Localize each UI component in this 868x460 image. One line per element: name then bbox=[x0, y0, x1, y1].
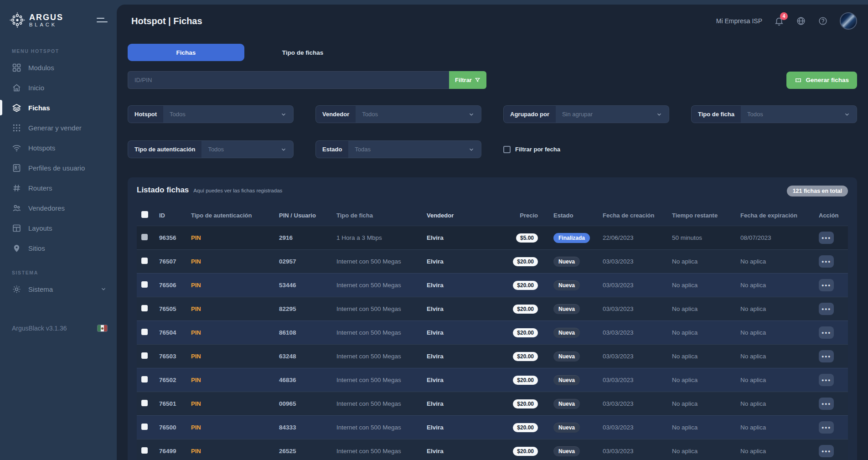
sidebar-item-layouts[interactable]: Layouts bbox=[0, 218, 117, 238]
table-header-row: IDTipo de autenticaciónPIN / UsuarioTipo… bbox=[137, 205, 848, 226]
sidebar-item-modulos[interactable]: Modulos bbox=[0, 57, 117, 78]
cell-precio: $5.00 bbox=[499, 233, 544, 243]
filter-dropdown-estado[interactable]: EstadoTodas bbox=[315, 140, 481, 158]
table-row[interactable]: 96356PIN29161 Hora a 3 MbpsElvira$5.00Fi… bbox=[137, 226, 848, 249]
dropdown-label: Tipo de ficha bbox=[692, 106, 741, 123]
table-row[interactable]: 76503PIN63248Internet con 500 MegasElvir… bbox=[137, 344, 848, 368]
help-icon[interactable] bbox=[818, 16, 828, 26]
app-root: { "brand": { "name_top": "ARGUS", "name_… bbox=[0, 0, 868, 460]
row-checkbox[interactable] bbox=[141, 234, 148, 240]
row-checkbox[interactable] bbox=[141, 447, 148, 454]
sidebar-item-sitios[interactable]: Sitios bbox=[0, 238, 117, 258]
language-flag-icon[interactable] bbox=[97, 325, 108, 332]
cell-pin-usuario: 63248 bbox=[274, 353, 331, 360]
sidebar-item-inicio[interactable]: Inicio bbox=[0, 78, 117, 98]
sidebar-section-hotspot: MENU HOTSPOT bbox=[0, 48, 117, 54]
auth-type-label: PIN bbox=[191, 282, 201, 289]
row-actions-button[interactable]: ●●● bbox=[819, 350, 834, 362]
filter-dropdown-vendedor[interactable]: VendedorTodos bbox=[315, 105, 481, 123]
table-row[interactable]: 76499PIN26525Internet con 500 MegasElvir… bbox=[137, 439, 848, 460]
filter-button-label: Filtrar bbox=[455, 77, 472, 83]
filter-dropdown-tipo-de-autenticacion[interactable]: Tipo de autenticaciónTodos bbox=[128, 140, 294, 158]
table-row[interactable]: 76504PIN86108Internet con 500 MegasElvir… bbox=[137, 320, 848, 344]
sidebar-item-sistema[interactable]: Sistema bbox=[0, 279, 117, 299]
generate-fichas-button[interactable]: Generar fichas bbox=[786, 72, 857, 89]
cell-accion: ●●● bbox=[811, 445, 848, 457]
sidebar-item-fichas[interactable]: Fichas bbox=[0, 98, 117, 118]
cell-fecha-creacion: 03/03/2023 bbox=[597, 400, 666, 407]
cell-tipo-de-ficha: Internet con 500 Megas bbox=[331, 282, 421, 289]
filter-dropdown-hotspot[interactable]: HotspotTodos bbox=[128, 105, 294, 123]
chevron-down-icon bbox=[280, 111, 287, 118]
globe-icon[interactable] bbox=[796, 16, 806, 26]
cell-tipo-de-ficha: Internet con 500 Megas bbox=[331, 400, 421, 407]
cell-tiempo-restante: No aplica bbox=[666, 258, 735, 265]
cell-auth-type: PIN bbox=[186, 424, 274, 431]
user-avatar[interactable] bbox=[840, 12, 857, 30]
filter-dropdown-tipo-de-ficha[interactable]: Tipo de fichaTodos bbox=[691, 105, 857, 123]
search-input[interactable] bbox=[128, 71, 449, 89]
table-row[interactable]: 76502PIN46836Internet con 500 MegasElvir… bbox=[137, 368, 848, 392]
row-actions-button[interactable]: ●●● bbox=[819, 279, 834, 291]
column-header: Vendedor bbox=[421, 212, 499, 219]
cell-tipo-de-ficha: Internet con 500 Megas bbox=[331, 305, 421, 312]
sidebar-item-vendedores[interactable]: Vendedores bbox=[0, 198, 117, 218]
sidebar-item-hotspots[interactable]: Hotspots bbox=[0, 138, 117, 158]
cell-tiempo-restante: No aplica bbox=[666, 377, 735, 383]
tabs: Fichas Tipo de fichas bbox=[128, 44, 857, 61]
row-checkbox[interactable] bbox=[141, 281, 148, 288]
ticket-icon bbox=[795, 77, 802, 84]
row-checkbox[interactable] bbox=[141, 352, 148, 359]
row-checkbox[interactable] bbox=[141, 424, 148, 430]
table-row[interactable]: 76506PIN53446Internet con 500 MegasElvir… bbox=[137, 273, 848, 297]
table-row[interactable]: 76507PIN02957Internet con 500 MegasElvir… bbox=[137, 249, 848, 273]
filter-button[interactable]: Filtrar bbox=[449, 71, 486, 89]
select-all-checkbox[interactable] bbox=[141, 211, 148, 218]
sidebar-item-label: Vendedores bbox=[28, 204, 65, 212]
sidebar-collapse-icon[interactable] bbox=[97, 18, 108, 23]
sidebar-item-perfiles-de-usuario[interactable]: Perfiles de usuario bbox=[0, 158, 117, 178]
row-actions-button[interactable]: ●●● bbox=[819, 303, 834, 315]
row-actions-button[interactable]: ●●● bbox=[819, 232, 834, 244]
sidebar-item-generar-y-vender[interactable]: Generar y vender bbox=[0, 118, 117, 138]
filter-by-date-checkbox[interactable]: Filtrar por fecha bbox=[503, 140, 669, 158]
column-header: Tipo de ficha bbox=[331, 212, 421, 219]
row-actions-button[interactable]: ●●● bbox=[819, 398, 834, 410]
table-row[interactable]: 76501PIN00965Internet con 500 MegasElvir… bbox=[137, 392, 848, 415]
row-actions-button[interactable]: ●●● bbox=[819, 255, 834, 268]
sidebar-item-routers[interactable]: Routers bbox=[0, 178, 117, 198]
row-actions-button[interactable]: ●●● bbox=[819, 421, 834, 434]
row-checkbox[interactable] bbox=[141, 305, 148, 311]
checkbox-icon[interactable] bbox=[503, 146, 511, 153]
table-row[interactable]: 76505PIN82295Internet con 500 MegasElvir… bbox=[137, 297, 848, 320]
sidebar-item-label: Perfiles de usuario bbox=[28, 164, 85, 172]
row-actions-button[interactable]: ●●● bbox=[819, 445, 834, 457]
cell-estado: Nueva bbox=[544, 351, 597, 362]
row-checkbox[interactable] bbox=[141, 400, 148, 406]
cell-id: 76499 bbox=[155, 448, 186, 455]
row-checkbox[interactable] bbox=[141, 376, 148, 382]
tab-tipo-de-fichas[interactable]: Tipo de fichas bbox=[244, 44, 361, 61]
table-row[interactable]: 76500PIN84333Internet con 500 MegasElvir… bbox=[137, 415, 848, 439]
cell-estado: Nueva bbox=[544, 423, 597, 433]
price-pill: $20.00 bbox=[513, 257, 538, 266]
row-actions-button[interactable]: ●●● bbox=[819, 374, 834, 386]
cell-estado: Nueva bbox=[544, 304, 597, 314]
row-checkbox[interactable] bbox=[141, 258, 148, 264]
row-actions-button[interactable]: ●●● bbox=[819, 326, 834, 339]
notifications-bell-icon[interactable]: 4 bbox=[774, 16, 784, 26]
tab-fichas[interactable]: Fichas bbox=[128, 44, 244, 61]
price-pill: $20.00 bbox=[513, 281, 538, 290]
chevron-down-icon bbox=[100, 286, 107, 292]
status-badge: Nueva bbox=[553, 280, 580, 290]
cell-pin-usuario: 00965 bbox=[274, 400, 331, 407]
row-checkbox[interactable] bbox=[141, 329, 148, 335]
filter-by-date-label: Filtrar por fecha bbox=[515, 146, 560, 153]
filter-dropdown-agrupado-por[interactable]: Agrupado porSin agrupar bbox=[503, 105, 669, 123]
cell-accion: ●●● bbox=[811, 350, 848, 362]
cell-pin-usuario: 53446 bbox=[274, 282, 331, 289]
cell-tiempo-restante: No aplica bbox=[666, 353, 735, 360]
cell-tiempo-restante: No aplica bbox=[666, 329, 735, 336]
cell-fecha-creacion: 03/03/2023 bbox=[597, 424, 666, 431]
sidebar-section-sistema: SISTEMA bbox=[0, 270, 117, 275]
